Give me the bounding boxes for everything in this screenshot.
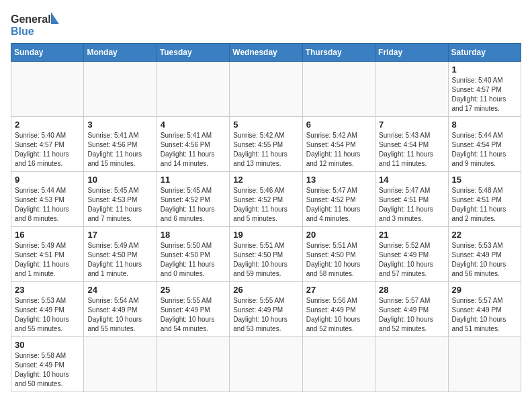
day-info: Sunrise: 5:53 AM Sunset: 4:49 PM Dayligh…: [15, 296, 80, 334]
day-info: Sunrise: 5:53 AM Sunset: 4:49 PM Dayligh…: [452, 241, 517, 279]
day-info: Sunrise: 5:47 AM Sunset: 4:51 PM Dayligh…: [379, 186, 444, 224]
logo: GeneralBlue: [11, 11, 64, 38]
day-number: 6: [306, 120, 371, 130]
day-info: Sunrise: 5:45 AM Sunset: 4:52 PM Dayligh…: [161, 186, 226, 224]
calendar-day-cell: 1Sunrise: 5:40 AM Sunset: 4:57 PM Daylig…: [448, 62, 521, 117]
day-number: 9: [15, 175, 80, 185]
calendar-day-cell: [448, 337, 521, 392]
day-of-week-header: Wednesday: [230, 44, 302, 62]
calendar-day-cell: 30Sunrise: 5:58 AM Sunset: 4:49 PM Dayli…: [11, 337, 84, 392]
day-number: 27: [306, 285, 371, 295]
day-number: 11: [161, 175, 226, 185]
calendar-day-cell: [157, 62, 229, 117]
calendar-day-cell: 18Sunrise: 5:50 AM Sunset: 4:50 PM Dayli…: [157, 227, 229, 282]
day-info: Sunrise: 5:43 AM Sunset: 4:54 PM Dayligh…: [379, 131, 444, 169]
calendar-table: SundayMondayTuesdayWednesdayThursdayFrid…: [11, 43, 521, 392]
calendar-day-cell: 28Sunrise: 5:57 AM Sunset: 4:49 PM Dayli…: [375, 282, 448, 337]
day-number: 7: [379, 120, 444, 130]
day-info: Sunrise: 5:44 AM Sunset: 4:53 PM Dayligh…: [15, 186, 80, 224]
day-number: 20: [306, 230, 371, 240]
day-number: 1: [452, 64, 517, 75]
calendar-day-cell: [375, 62, 448, 117]
calendar-day-cell: 16Sunrise: 5:49 AM Sunset: 4:51 PM Dayli…: [11, 227, 84, 282]
calendar-day-cell: 7Sunrise: 5:43 AM Sunset: 4:54 PM Daylig…: [375, 117, 448, 172]
calendar-day-cell: 29Sunrise: 5:57 AM Sunset: 4:49 PM Dayli…: [448, 282, 521, 337]
day-of-week-header: Saturday: [448, 44, 521, 62]
day-info: Sunrise: 5:40 AM Sunset: 4:57 PM Dayligh…: [15, 131, 80, 169]
calendar-day-cell: [84, 337, 157, 392]
day-number: 18: [161, 230, 226, 240]
calendar-day-cell: 22Sunrise: 5:53 AM Sunset: 4:49 PM Dayli…: [448, 227, 521, 282]
day-info: Sunrise: 5:42 AM Sunset: 4:54 PM Dayligh…: [306, 131, 371, 169]
svg-marker-2: [51, 12, 59, 24]
day-info: Sunrise: 5:54 AM Sunset: 4:49 PM Dayligh…: [87, 296, 152, 334]
day-info: Sunrise: 5:45 AM Sunset: 4:53 PM Dayligh…: [87, 186, 152, 224]
day-of-week-header: Tuesday: [157, 44, 229, 62]
day-info: Sunrise: 5:52 AM Sunset: 4:49 PM Dayligh…: [379, 241, 444, 279]
calendar-day-cell: 26Sunrise: 5:55 AM Sunset: 4:49 PM Dayli…: [230, 282, 302, 337]
day-info: Sunrise: 5:57 AM Sunset: 4:49 PM Dayligh…: [379, 296, 444, 334]
day-info: Sunrise: 5:55 AM Sunset: 4:49 PM Dayligh…: [161, 296, 226, 334]
day-number: 29: [452, 285, 517, 295]
day-info: Sunrise: 5:41 AM Sunset: 4:56 PM Dayligh…: [87, 131, 152, 169]
calendar-day-cell: 15Sunrise: 5:48 AM Sunset: 4:51 PM Dayli…: [448, 172, 521, 227]
day-number: 15: [452, 175, 517, 185]
calendar-day-cell: 11Sunrise: 5:45 AM Sunset: 4:52 PM Dayli…: [157, 172, 229, 227]
day-number: 2: [15, 120, 80, 130]
day-info: Sunrise: 5:49 AM Sunset: 4:51 PM Dayligh…: [15, 241, 80, 279]
calendar-day-cell: 19Sunrise: 5:51 AM Sunset: 4:50 PM Dayli…: [230, 227, 302, 282]
day-info: Sunrise: 5:40 AM Sunset: 4:57 PM Dayligh…: [452, 76, 517, 113]
calendar-day-cell: 9Sunrise: 5:44 AM Sunset: 4:53 PM Daylig…: [11, 172, 84, 227]
svg-text:General: General: [11, 13, 51, 25]
day-of-week-header: Sunday: [11, 44, 84, 62]
day-info: Sunrise: 5:44 AM Sunset: 4:54 PM Dayligh…: [452, 131, 517, 169]
calendar-day-cell: 13Sunrise: 5:47 AM Sunset: 4:52 PM Dayli…: [302, 172, 375, 227]
calendar-day-cell: 17Sunrise: 5:49 AM Sunset: 4:50 PM Dayli…: [84, 227, 157, 282]
day-number: 3: [87, 120, 152, 130]
svg-text:Blue: Blue: [11, 26, 34, 37]
calendar-week-row: 23Sunrise: 5:53 AM Sunset: 4:49 PM Dayli…: [11, 282, 521, 337]
day-info: Sunrise: 5:46 AM Sunset: 4:52 PM Dayligh…: [233, 186, 298, 224]
day-info: Sunrise: 5:48 AM Sunset: 4:51 PM Dayligh…: [452, 186, 517, 224]
day-number: 22: [452, 230, 517, 240]
calendar-week-row: 9Sunrise: 5:44 AM Sunset: 4:53 PM Daylig…: [11, 172, 521, 227]
day-number: 21: [379, 230, 444, 240]
day-info: Sunrise: 5:41 AM Sunset: 4:56 PM Dayligh…: [161, 131, 226, 169]
calendar-week-row: 16Sunrise: 5:49 AM Sunset: 4:51 PM Dayli…: [11, 227, 521, 282]
calendar-day-cell: 23Sunrise: 5:53 AM Sunset: 4:49 PM Dayli…: [11, 282, 84, 337]
day-number: 16: [15, 230, 80, 240]
day-info: Sunrise: 5:56 AM Sunset: 4:49 PM Dayligh…: [306, 296, 371, 334]
calendar-day-cell: [84, 62, 157, 117]
calendar-day-cell: 8Sunrise: 5:44 AM Sunset: 4:54 PM Daylig…: [448, 117, 521, 172]
calendar-day-cell: 5Sunrise: 5:42 AM Sunset: 4:55 PM Daylig…: [230, 117, 302, 172]
calendar-day-cell: 6Sunrise: 5:42 AM Sunset: 4:54 PM Daylig…: [302, 117, 375, 172]
day-number: 30: [15, 340, 80, 350]
day-number: 28: [379, 285, 444, 295]
calendar-header-row: SundayMondayTuesdayWednesdayThursdayFrid…: [11, 44, 521, 62]
day-number: 24: [87, 285, 152, 295]
day-info: Sunrise: 5:58 AM Sunset: 4:49 PM Dayligh…: [15, 351, 80, 389]
day-number: 4: [161, 120, 226, 130]
calendar-week-row: 2Sunrise: 5:40 AM Sunset: 4:57 PM Daylig…: [11, 117, 521, 172]
day-info: Sunrise: 5:57 AM Sunset: 4:49 PM Dayligh…: [452, 296, 517, 334]
generalblue-logo-icon: GeneralBlue: [11, 11, 64, 38]
day-of-week-header: Thursday: [302, 44, 375, 62]
calendar-day-cell: 24Sunrise: 5:54 AM Sunset: 4:49 PM Dayli…: [84, 282, 157, 337]
day-info: Sunrise: 5:49 AM Sunset: 4:50 PM Dayligh…: [87, 241, 152, 279]
calendar-day-cell: 21Sunrise: 5:52 AM Sunset: 4:49 PM Dayli…: [375, 227, 448, 282]
day-info: Sunrise: 5:51 AM Sunset: 4:50 PM Dayligh…: [306, 241, 371, 279]
calendar-day-cell: [230, 62, 302, 117]
calendar-day-cell: [230, 337, 302, 392]
calendar-day-cell: [157, 337, 229, 392]
day-number: 14: [379, 175, 444, 185]
header: GeneralBlue: [11, 11, 521, 38]
day-number: 13: [306, 175, 371, 185]
calendar-day-cell: 4Sunrise: 5:41 AM Sunset: 4:56 PM Daylig…: [157, 117, 229, 172]
calendar-day-cell: 20Sunrise: 5:51 AM Sunset: 4:50 PM Dayli…: [302, 227, 375, 282]
calendar-day-cell: 12Sunrise: 5:46 AM Sunset: 4:52 PM Dayli…: [230, 172, 302, 227]
day-info: Sunrise: 5:47 AM Sunset: 4:52 PM Dayligh…: [306, 186, 371, 224]
day-number: 23: [15, 285, 80, 295]
day-number: 10: [87, 175, 152, 185]
calendar-day-cell: [375, 337, 448, 392]
day-number: 5: [233, 120, 298, 130]
